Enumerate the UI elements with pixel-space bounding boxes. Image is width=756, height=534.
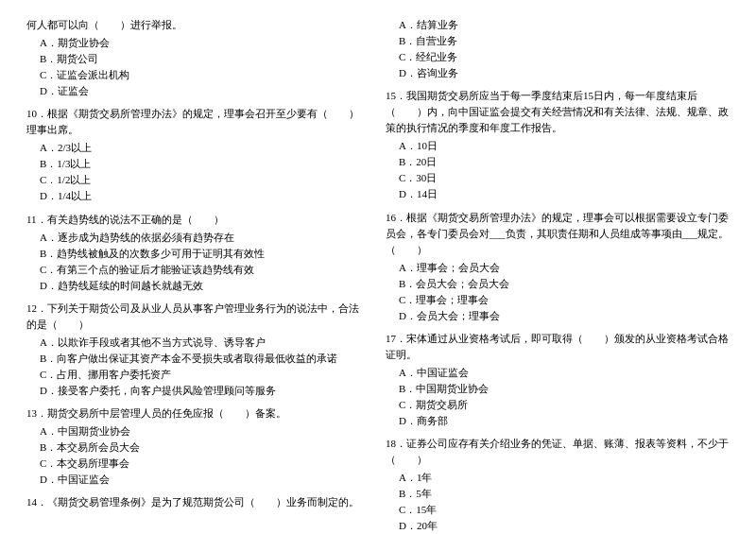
option-b2: B．趋势线被触及的次数多少可用于证明其有效性 <box>26 246 361 262</box>
right-column: A．结算业务 B．自营业务 C．经纪业务 D．咨询业务 15．我国期货交易所应当… <box>378 17 730 534</box>
option-rd4: D．20年 <box>386 518 730 534</box>
option-d4: D．中国证监会 <box>26 472 361 488</box>
question-block-q10: 10．根据《期货交易所管理办法》的规定，理事会召开至少要有（ ）理事出席。 A．… <box>26 106 361 204</box>
question-title-q10: 10．根据《期货交易所管理办法》的规定，理事会召开至少要有（ ）理事出席。 <box>26 106 361 138</box>
question-block-q17: 17．宋体通过从业资格考试后，即可取得（ ）颁发的从业资格考试合格证明。 A．中… <box>386 331 730 429</box>
option-rb4: B．5年 <box>386 486 730 502</box>
question-title-q13: 13．期货交易所中层管理人员的任免应报（ ）备案。 <box>26 405 361 422</box>
question-title-q11: 11．有关趋势线的说法不正确的是（ ） <box>26 212 361 228</box>
option-rc2: C．理事会；理事会 <box>386 292 730 308</box>
question-title-q18: 18．证券公司应存有关介绍业务的凭证、单据、账薄、报表等资料，不少于（ ） <box>386 436 730 468</box>
question-title-q16: 16．根据《期货交易所管理办法》的规定，理事会可以根据需要设立专门委员会，各专门… <box>386 210 730 258</box>
option-c1: C．1/2以上 <box>26 172 361 188</box>
question-title-q17: 17．宋体通过从业资格考试后，即可取得（ ）颁发的从业资格考试合格证明。 <box>386 331 730 363</box>
option-rd2: D．会员大会；理事会 <box>386 308 730 324</box>
option-rb0: B．自营业务 <box>386 33 730 49</box>
option-ra0: A．结算业务 <box>386 17 730 33</box>
option-a3: A．以欺诈手段或者其他不当方式说导、诱导客户 <box>26 335 361 351</box>
option-d0: D．证监会 <box>26 83 361 99</box>
option-ra2: A．理事会；会员大会 <box>386 260 730 276</box>
option-rc1: C．30日 <box>386 170 730 186</box>
option-rd1: D．14日 <box>386 186 730 202</box>
option-c3: C．占用、挪用客户委托资产 <box>26 367 361 383</box>
option-rc0: C．经纪业务 <box>386 49 730 65</box>
option-rd3: D．商务部 <box>386 413 730 429</box>
question-block-qr0: A．结算业务 B．自营业务 C．经纪业务 D．咨询业务 <box>386 17 730 81</box>
option-d2: D．趋势线延续的时间越长就越无效 <box>26 278 361 294</box>
option-a1: A．2/3以上 <box>26 140 361 156</box>
option-c0: C．证监会派出机构 <box>26 67 361 83</box>
option-rb1: B．20日 <box>386 154 730 170</box>
left-column: 何人都可以向（ ）进行举报。 A．期货业协会 B．期货公司 C．证监会派出机构 … <box>26 17 378 534</box>
page-content: 何人都可以向（ ）进行举报。 A．期货业协会 B．期货公司 C．证监会派出机构 … <box>26 17 730 534</box>
question-block-q18: 18．证券公司应存有关介绍业务的凭证、单据、账薄、报表等资料，不少于（ ） A．… <box>386 436 730 534</box>
option-ra1: A．10日 <box>386 138 730 154</box>
option-d1: D．1/4以上 <box>26 188 361 204</box>
option-rd0: D．咨询业务 <box>386 65 730 81</box>
option-a4: A．中国期货业协会 <box>26 423 361 439</box>
option-c4: C．本交易所理事会 <box>26 456 361 472</box>
option-b3: B．向客户做出保证其资产本金不受损失或者取得最低收益的承诺 <box>26 351 361 367</box>
option-rc3: C．期货交易所 <box>386 397 730 413</box>
option-b4: B．本交易所会员大会 <box>26 439 361 456</box>
option-rc4: C．15年 <box>386 502 730 518</box>
columns: 何人都可以向（ ）进行举报。 A．期货业协会 B．期货公司 C．证监会派出机构 … <box>26 17 730 534</box>
option-ra3: A．中国证监会 <box>386 365 730 381</box>
question-block-q11: 11．有关趋势线的说法不正确的是（ ） A．逐步成为趋势线的依据必须有趋势存在 … <box>26 212 361 294</box>
question-title-q15: 15．我国期货交易所应当于每一季度结束后15日内，每一年度结束后（ ）内，向中国… <box>386 88 730 136</box>
question-title-anyone: 何人都可以向（ ）进行举报。 <box>26 17 361 33</box>
option-c2: C．有第三个点的验证后才能验证该趋势线有效 <box>26 262 361 278</box>
question-title-q12: 12．下列关于期货公司及从业人员从事客户管理业务行为的说法中，合法的是（ ） <box>26 301 361 333</box>
option-b0: B．期货公司 <box>26 51 361 67</box>
option-rb3: B．中国期货业协会 <box>386 381 730 397</box>
question-block-q16: 16．根据《期货交易所管理办法》的规定，理事会可以根据需要设立专门委员会，各专门… <box>386 210 730 324</box>
option-a2: A．逐步成为趋势线的依据必须有趋势存在 <box>26 230 361 246</box>
question-title-q14: 14．《期货交易管理条例》是为了规范期货公司（ ）业务而制定的。 <box>26 494 361 510</box>
question-block-q14: 14．《期货交易管理条例》是为了规范期货公司（ ）业务而制定的。 <box>26 494 361 510</box>
question-block-q12: 12．下列关于期货公司及从业人员从事客户管理业务行为的说法中，合法的是（ ） A… <box>26 301 361 399</box>
question-block-anyone: 何人都可以向（ ）进行举报。 A．期货业协会 B．期货公司 C．证监会派出机构 … <box>26 17 361 99</box>
option-rb2: B．会员大会；会员大会 <box>386 276 730 292</box>
option-d3: D．接受客户委托，向客户提供风险管理顾问等服务 <box>26 383 361 399</box>
question-block-q13: 13．期货交易所中层管理人员的任免应报（ ）备案。 A．中国期货业协会 B．本交… <box>26 405 361 488</box>
option-ra4: A．1年 <box>386 470 730 486</box>
question-block-q15: 15．我国期货交易所应当于每一季度结束后15日内，每一年度结束后（ ）内，向中国… <box>386 88 730 202</box>
option-b1: B．1/3以上 <box>26 156 361 172</box>
option-a0: A．期货业协会 <box>26 35 361 51</box>
